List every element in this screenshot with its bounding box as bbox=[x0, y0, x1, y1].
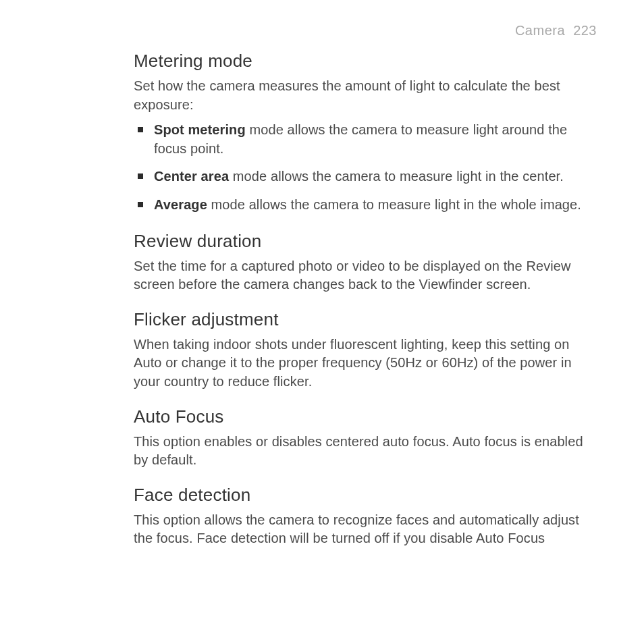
list-item: Spot metering mode allows the camera to … bbox=[134, 121, 597, 158]
heading-auto-focus: Auto Focus bbox=[134, 406, 597, 427]
list-item-text: mode allows the camera to measure light … bbox=[207, 197, 581, 212]
heading-review-duration: Review duration bbox=[134, 231, 597, 252]
list-item-text: mode allows the camera to measure light … bbox=[229, 169, 564, 184]
list-item-bold: Spot metering bbox=[154, 122, 246, 137]
body-flicker-adjustment: When taking indoor shots under fluoresce… bbox=[134, 336, 597, 392]
header-section-name: Camera bbox=[515, 23, 565, 38]
body-auto-focus: This option enables or disables centered… bbox=[134, 433, 597, 470]
header-page-number: 223 bbox=[573, 23, 597, 38]
list-metering-modes: Spot metering mode allows the camera to … bbox=[134, 121, 597, 214]
page-header: Camera 223 bbox=[134, 23, 597, 38]
heading-flicker-adjustment: Flicker adjustment bbox=[134, 309, 597, 330]
list-item-bold: Center area bbox=[154, 169, 229, 184]
list-item: Center area mode allows the camera to me… bbox=[134, 167, 597, 186]
page-container: Camera 223 Metering mode Set how the cam… bbox=[0, 0, 644, 644]
list-item-bold: Average bbox=[154, 197, 207, 212]
list-item: Average mode allows the camera to measur… bbox=[134, 196, 597, 215]
body-review-duration: Set the time for a captured photo or vid… bbox=[134, 257, 597, 294]
body-face-detection: This option allows the camera to recogni… bbox=[134, 511, 597, 548]
heading-face-detection: Face detection bbox=[134, 485, 597, 506]
heading-metering-mode: Metering mode bbox=[134, 51, 597, 72]
body-metering-intro: Set how the camera measures the amount o… bbox=[134, 77, 597, 114]
